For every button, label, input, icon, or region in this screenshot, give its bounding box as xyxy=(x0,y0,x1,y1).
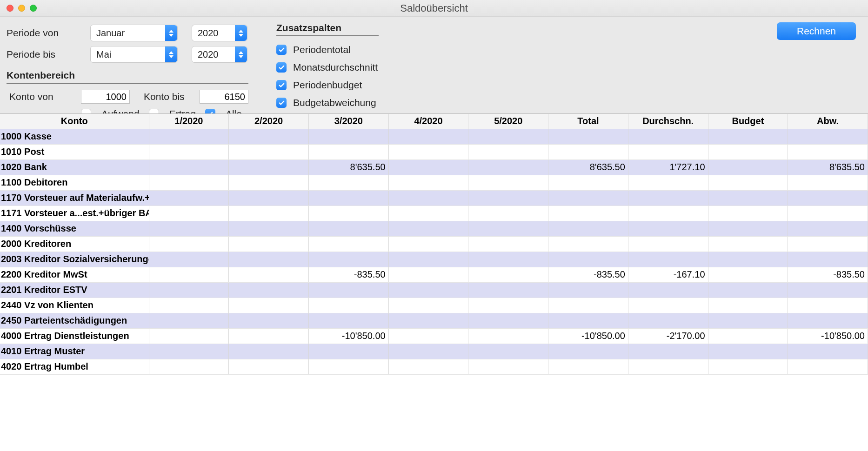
stepper-icon xyxy=(235,46,247,62)
extra-column-label: Periodenbudget xyxy=(293,80,362,91)
stepper-icon xyxy=(235,25,247,41)
period-to-label: Periode bis xyxy=(7,49,90,60)
column-header[interactable]: Abw. xyxy=(788,114,868,125)
period-from-month-select[interactable]: Januar xyxy=(90,25,178,41)
stepper-icon xyxy=(165,25,177,41)
extra-column-label: Periodentotal xyxy=(293,44,351,55)
period-from-year-select[interactable]: 2020 xyxy=(192,25,247,41)
window-titlebar: Saldoübersicht xyxy=(0,0,868,17)
stepper-icon xyxy=(165,46,177,62)
column-header[interactable]: 5/2020 xyxy=(468,114,548,125)
konto-from-input[interactable] xyxy=(81,90,130,104)
konto-from-label: Konto von xyxy=(7,91,81,102)
column-header[interactable]: Konto xyxy=(0,114,149,125)
column-header[interactable]: 2/2020 xyxy=(229,114,309,125)
column-header[interactable]: Total xyxy=(548,114,628,125)
filter-toolbar: Periode von Januar 2020 Periode bis Mai … xyxy=(0,17,868,125)
extra-column-label: Budgetabweichung xyxy=(293,97,376,108)
extra-column-option: Budgetabweichung xyxy=(276,94,490,112)
period-to-year-value: 2020 xyxy=(198,49,219,60)
extra-column-checkbox[interactable] xyxy=(276,98,287,108)
konto-to-label: Konto bis xyxy=(144,91,200,102)
check-icon xyxy=(278,64,285,71)
column-header[interactable]: 1/2020 xyxy=(149,114,229,125)
window-title: Saldoübersicht xyxy=(0,2,868,14)
extra-column-label: Monatsdurchschnitt xyxy=(293,62,378,73)
compute-button[interactable]: Rechnen xyxy=(777,22,856,40)
column-header[interactable]: 3/2020 xyxy=(308,114,388,125)
column-header[interactable]: Budget xyxy=(708,114,788,125)
period-to-year-select[interactable]: 2020 xyxy=(192,46,247,63)
period-to-month-value: Mai xyxy=(96,49,111,60)
column-header[interactable]: Durchschn. xyxy=(628,114,708,125)
results-table: Konto1/20202/20203/20204/20205/2020Total… xyxy=(0,114,868,125)
konto-range-heading: Kontenbereich xyxy=(7,70,248,84)
check-icon xyxy=(278,46,285,53)
extra-columns-heading: Zusatzspalten xyxy=(276,22,379,36)
extra-column-option: Periodentotal xyxy=(276,41,490,59)
extra-column-option: Periodenbudget xyxy=(276,76,490,94)
period-from-year-value: 2020 xyxy=(198,28,219,39)
period-to-month-select[interactable]: Mai xyxy=(90,46,178,63)
extra-column-checkbox[interactable] xyxy=(276,80,287,90)
extra-column-option: Monatsdurchschnitt xyxy=(276,59,490,76)
results-table-container[interactable]: Konto1/20202/20203/20204/20205/2020Total… xyxy=(0,113,868,125)
period-from-label: Periode von xyxy=(7,27,90,39)
konto-to-input[interactable] xyxy=(200,90,248,104)
table-header-row: Konto1/20202/20203/20204/20205/2020Total… xyxy=(0,114,868,125)
column-header[interactable]: 4/2020 xyxy=(388,114,468,125)
period-from-month-value: Januar xyxy=(96,28,125,39)
extra-column-checkbox[interactable] xyxy=(276,45,287,55)
extra-column-checkbox[interactable] xyxy=(276,62,287,73)
check-icon xyxy=(278,82,285,89)
check-icon xyxy=(278,99,285,106)
